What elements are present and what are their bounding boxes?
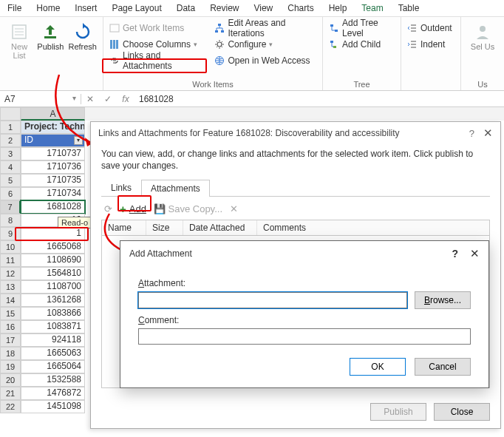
name-box[interactable]: A7▾ <box>0 94 81 104</box>
row-header[interactable]: 1 <box>0 121 21 134</box>
row-header[interactable]: 21 <box>0 387 21 400</box>
close-icon[interactable]: ✕ <box>483 126 493 140</box>
select-all-corner[interactable] <box>0 107 21 121</box>
col-comments[interactable]: Comments <box>257 220 489 235</box>
cell[interactable]: 1710735 <box>21 174 85 187</box>
menu-team[interactable]: Team <box>361 3 383 13</box>
new-list-button[interactable]: New List <box>6 20 33 78</box>
save-copy-button[interactable]: 💾 Save Copy... <box>154 203 222 214</box>
help-icon[interactable]: ? <box>469 128 474 139</box>
publish-dialog-button[interactable]: Publish <box>370 403 426 421</box>
links-attachments-button[interactable]: Links and Attachments <box>109 52 204 69</box>
cell[interactable]: 1451098 <box>21 400 85 413</box>
row-header[interactable]: 20 <box>0 373 21 387</box>
cell[interactable]: 1476872 <box>21 387 85 400</box>
cancel-formula-icon[interactable]: ✕ <box>81 94 99 104</box>
row-header[interactable]: 18 <box>0 347 21 360</box>
cell[interactable]: 1108690 <box>21 254 85 267</box>
cell[interactable]: Project: Technica <box>21 121 85 134</box>
edit-areas-button[interactable]: Edit Areas and Iterations <box>214 20 316 36</box>
menu-data[interactable]: Data <box>177 3 195 13</box>
row-header[interactable]: 19 <box>0 360 21 373</box>
row-header[interactable]: 17 <box>0 333 21 347</box>
open-web-button[interactable]: Open in Web Access <box>214 52 316 69</box>
help-icon[interactable]: ? <box>452 248 458 260</box>
indent-icon <box>407 39 418 50</box>
row-header[interactable]: 8 <box>0 214 21 227</box>
cell[interactable]: 1665068 <box>21 240 85 254</box>
column-header-a[interactable]: A <box>21 107 85 121</box>
cell[interactable]: 1532588 <box>21 373 85 387</box>
menu-page-layout[interactable]: Page Layout <box>112 3 161 13</box>
configure-button[interactable]: Configure ▾ <box>214 36 316 52</box>
cell[interactable]: ID▾ <box>21 134 85 147</box>
row-header[interactable]: 5 <box>0 174 21 187</box>
row-header[interactable]: 22 <box>0 400 21 413</box>
row-header[interactable]: 10 <box>0 240 21 254</box>
cell[interactable]: 1564810 <box>21 267 85 280</box>
col-date[interactable]: Date Attached <box>183 220 257 235</box>
filter-dropdown-icon[interactable]: ▾ <box>74 136 83 145</box>
row-header[interactable]: 4 <box>0 160 21 174</box>
menu-table[interactable]: Table <box>398 3 420 13</box>
cell[interactable]: 1681028 <box>21 200 85 214</box>
cell[interactable]: 1710734 <box>21 187 85 200</box>
row-header[interactable]: 6 <box>0 187 21 200</box>
menu-home[interactable]: Home <box>36 3 60 13</box>
row-header[interactable]: 9 <box>0 227 21 240</box>
cell[interactable]: 1083866 <box>21 307 85 320</box>
get-work-items-button[interactable]: Get Work Items <box>109 20 204 36</box>
close-icon[interactable]: ✕ <box>470 247 480 260</box>
get-icon <box>109 23 120 33</box>
col-size[interactable]: Size <box>146 220 183 235</box>
col-name[interactable]: Name <box>102 220 146 235</box>
publish-button[interactable]: Publish <box>37 20 64 78</box>
menu-charts[interactable]: Charts <box>287 3 313 13</box>
row-header[interactable]: 16 <box>0 320 21 333</box>
ribbon-group-workitems-label: Work Items <box>109 78 316 89</box>
outdent-button[interactable]: Outdent <box>407 20 452 36</box>
row-header[interactable]: 12 <box>0 267 21 280</box>
row-header[interactable]: 14 <box>0 294 21 307</box>
add-child-button[interactable]: Add Child <box>329 36 395 52</box>
cell[interactable]: 1361268 <box>21 294 85 307</box>
refresh-button[interactable]: Refresh <box>68 20 97 78</box>
indent-button[interactable]: Indent <box>407 36 452 52</box>
comment-input[interactable] <box>138 328 471 345</box>
formula-input[interactable]: 1681028 <box>134 94 178 104</box>
cell[interactable]: 924118 <box>21 333 85 347</box>
tab-attachments[interactable]: Attachments <box>141 180 210 197</box>
tab-links[interactable]: Links <box>101 179 141 196</box>
menu-file[interactable]: File <box>7 3 21 13</box>
cell[interactable]: 1108700 <box>21 280 85 294</box>
accept-formula-icon[interactable]: ✓ <box>99 94 117 104</box>
cell[interactable]: 1 <box>21 227 85 240</box>
row-header[interactable]: 13 <box>0 280 21 294</box>
cell[interactable]: 1665064 <box>21 360 85 373</box>
row-header[interactable]: 15 <box>0 307 21 320</box>
row-header[interactable]: 7 <box>0 200 21 214</box>
cell[interactable]: 1665063 <box>21 347 85 360</box>
select-user-button[interactable]: Sel Us <box>467 20 498 78</box>
close-dialog-button[interactable]: Close <box>434 403 490 421</box>
cell[interactable]: 1083871 <box>21 320 85 333</box>
row-header[interactable]: 11 <box>0 254 21 267</box>
svg-rect-9 <box>218 24 221 26</box>
cancel-button[interactable]: Cancel <box>415 358 471 376</box>
menu-review[interactable]: Review <box>210 3 239 13</box>
fx-icon[interactable]: fx <box>117 94 134 104</box>
ok-button[interactable]: OK <box>350 358 406 376</box>
add-tree-level-button[interactable]: Add Tree Level <box>329 20 395 36</box>
attachment-input[interactable] <box>138 292 407 308</box>
add-attachment-button[interactable]: + Add <box>120 203 146 215</box>
menu-view[interactable]: View <box>253 3 273 13</box>
browse-button[interactable]: Browse... <box>415 291 471 309</box>
row-header[interactable]: 2 <box>0 134 21 147</box>
delete-attachment-icon[interactable]: ✕ <box>230 203 238 214</box>
menu-help[interactable]: Help <box>329 3 347 13</box>
cell[interactable]: 1710736 <box>21 160 85 174</box>
refresh-attachments-icon[interactable]: ⟳ <box>104 203 112 214</box>
menu-insert[interactable]: Insert <box>75 3 97 13</box>
cell[interactable]: 1710737 <box>21 147 85 160</box>
row-header[interactable]: 3 <box>0 147 21 160</box>
